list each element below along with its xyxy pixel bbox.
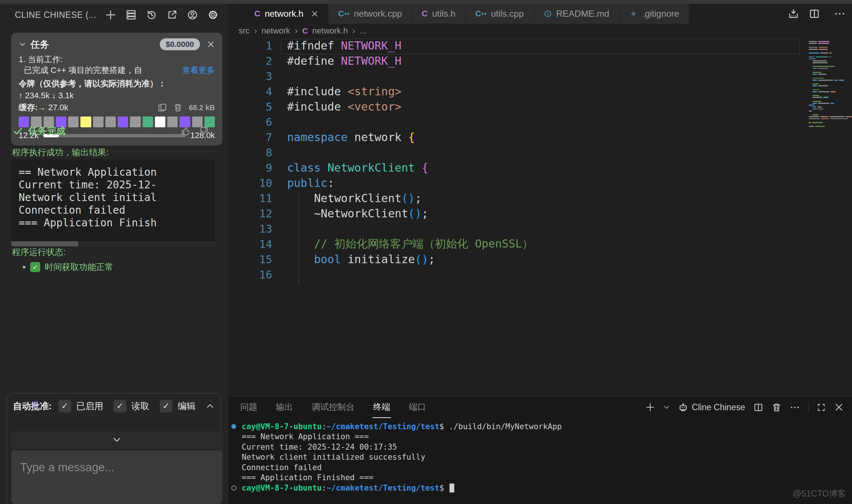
breadcrumb[interactable]: src›network›Cnetwork.h›... — [228, 24, 852, 38]
command-decoration-hollow[interactable] — [231, 485, 236, 491]
chevron-up-icon[interactable] — [203, 402, 214, 411]
maximize-panel-icon[interactable] — [817, 403, 826, 412]
code-text: bool initialize(); — [287, 253, 435, 266]
code-text: #ifndef NETWORK_H — [287, 39, 401, 52]
code-line[interactable]: 8 — [228, 145, 804, 160]
code-line[interactable]: 3 — [228, 68, 804, 84]
close-tab-icon[interactable] — [311, 10, 318, 17]
server-icon[interactable] — [125, 9, 137, 20]
minimap-line — [813, 83, 852, 84]
new-terminal-icon[interactable] — [645, 402, 655, 412]
auto-approve-option[interactable]: ✓已启用 — [58, 400, 103, 412]
code-line[interactable]: 4#include <string> — [228, 84, 804, 99]
tab-label: utils.h — [432, 9, 456, 19]
code-text: // 初始化网络客户端（初始化 OpenSSL） — [287, 236, 533, 252]
code-text: #define NETWORK_H — [287, 54, 401, 67]
code-line[interactable]: 2#define NETWORK_H — [228, 53, 804, 68]
breadcrumb-item[interactable]: src — [239, 26, 249, 36]
code-line[interactable]: 13 — [228, 221, 804, 236]
account-icon[interactable] — [187, 9, 198, 20]
chevron-down-icon[interactable] — [19, 41, 26, 48]
message-input[interactable] — [11, 450, 222, 504]
panel-tab-端口[interactable]: 端口 — [408, 397, 427, 418]
code-line[interactable]: 16 — [228, 267, 804, 282]
tab-utils.cpp[interactable]: C++utils.cpp — [465, 4, 534, 24]
breadcrumb-separator: › — [352, 26, 355, 36]
sidebar-header: CLINE CHINESE (... — [0, 7, 228, 23]
line-number: 16 — [228, 268, 287, 281]
breadcrumb-item[interactable]: ... — [360, 26, 366, 36]
minimap-line — [809, 47, 852, 48]
terminal-profile[interactable]: Cline Chinese — [678, 402, 745, 412]
code-line[interactable]: 1#ifndef NETWORK_H — [228, 38, 804, 53]
minimap-line — [813, 101, 852, 102]
kill-terminal-icon[interactable] — [772, 402, 782, 412]
line-number: 3 — [228, 70, 287, 83]
checkbox-checked[interactable]: ✓ — [160, 400, 172, 412]
split-editor-icon[interactable] — [809, 8, 820, 19]
trash-icon[interactable] — [173, 103, 183, 112]
line-number: 2 — [228, 55, 287, 67]
terminal-line: === Application Finished === — [228, 473, 852, 483]
panel-more-icon[interactable] — [790, 402, 800, 412]
checkbox-checked[interactable]: ✓ — [114, 400, 126, 412]
breadcrumb-item[interactable]: network — [261, 26, 290, 36]
code-editor[interactable]: 1#ifndef NETWORK_H2#define NETWORK_H34#i… — [228, 38, 804, 396]
code-line[interactable]: 5#include <vector> — [228, 99, 804, 114]
panel-tab-调试控制台[interactable]: 调试控制台 — [311, 397, 355, 418]
auto-approve-option[interactable]: ✓编辑 — [160, 400, 195, 412]
tab-README.md[interactable]: README.md — [534, 4, 620, 24]
code-line[interactable]: 15 bool initialize(); — [228, 252, 804, 267]
see-more-link[interactable]: 查看更多 — [179, 65, 215, 76]
output-horizontal-scrollbar[interactable] — [11, 241, 215, 246]
code-line[interactable]: 14 // 初始化网络客户端（初始化 OpenSSL） — [228, 236, 804, 252]
panel-tab-终端[interactable]: 终端 — [372, 397, 391, 418]
minimap-line — [813, 91, 852, 92]
panel-tab-输出[interactable]: 输出 — [275, 397, 294, 418]
command-decoration-filled[interactable] — [231, 424, 236, 429]
panel-header: 问题输出调试控制台终端端口 Cline Chinese — [228, 397, 852, 418]
panel-tabs: 问题输出调试控制台终端端口 — [239, 397, 427, 418]
code-line[interactable]: 11 NetworkClient(); — [228, 191, 804, 206]
tab-utils.h[interactable]: Cutils.h — [412, 4, 466, 24]
panel-tab-问题[interactable]: 问题 — [239, 397, 258, 418]
code-line[interactable]: 10public: — [228, 175, 804, 191]
code-line[interactable]: 6 — [228, 114, 804, 130]
tab-.gitignore[interactable]: .gitignore — [619, 4, 689, 24]
code-line[interactable]: 9class NetworkClient { — [228, 160, 804, 175]
plus-icon[interactable] — [105, 9, 116, 20]
program-output-box[interactable]: == Network ApplicationCurrent time: 2025… — [11, 159, 215, 246]
minimap[interactable] — [804, 38, 852, 396]
line-number: 4 — [228, 85, 287, 98]
expand-button[interactable] — [11, 431, 222, 448]
output-scrollbar-thumb[interactable] — [11, 241, 78, 246]
minimap-line — [813, 109, 852, 110]
breadcrumb-item[interactable]: network.h — [312, 26, 348, 36]
code-text: NetworkClient(); — [287, 192, 422, 205]
run-or-install-icon[interactable] — [788, 8, 799, 19]
cline-sidebar: CLINE CHINESE (... 任务 $0.0000 1. 当前工作: 已… — [0, 4, 228, 504]
auto-approve-option[interactable]: ✓读取 — [114, 400, 149, 412]
minimap-line — [809, 93, 852, 94]
copy-icon[interactable] — [158, 103, 167, 112]
terminal-dropdown-icon[interactable] — [663, 404, 670, 411]
close-task-icon[interactable] — [207, 40, 215, 48]
split-terminal-icon[interactable] — [753, 402, 763, 412]
terminal[interactable]: cay@VM-8-7-ubuntu:~/cmaketest/Testing/te… — [228, 421, 852, 504]
code-line[interactable]: 7namespace network { — [228, 130, 804, 145]
tab-network.h[interactable]: Cnetwork.h — [245, 4, 328, 24]
history-icon[interactable] — [146, 9, 157, 20]
task-line2-text: 已完成 C++ 项目的完整搭建，自 — [24, 66, 142, 75]
gear-icon[interactable] — [207, 9, 219, 20]
code-line[interactable]: 12 ~NetworkClient(); — [228, 206, 804, 221]
open-external-icon[interactable] — [166, 9, 178, 20]
close-panel-icon[interactable] — [834, 402, 844, 412]
more-actions-icon[interactable] — [834, 8, 845, 19]
thumbs-up-icon[interactable] — [181, 126, 191, 136]
tab-network.cpp[interactable]: C++network.cpp — [328, 4, 412, 24]
thumbs-down-icon[interactable] — [198, 126, 209, 136]
minimap-line — [813, 80, 852, 81]
auto-approve-row[interactable]: 自动批准: ✓已启用✓读取✓编辑 — [13, 398, 216, 414]
checkbox-checked[interactable]: ✓ — [58, 400, 71, 412]
editor-tab-bar: Cnetwork.hC++network.cppCutils.hC++utils… — [228, 4, 852, 24]
